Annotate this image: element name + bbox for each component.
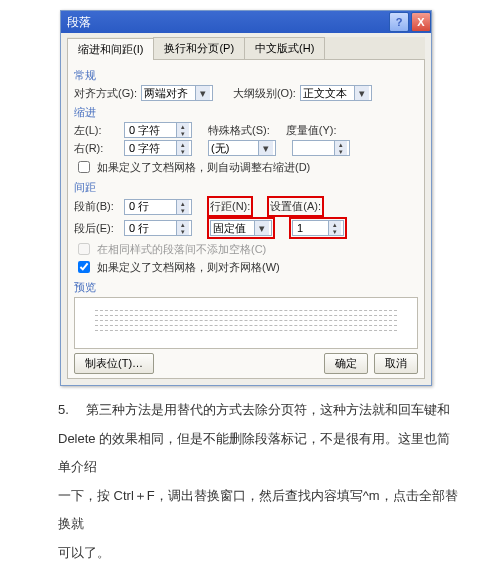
special-combo[interactable]: (无)▾ xyxy=(208,140,276,156)
chevron-down-icon: ▾ xyxy=(258,141,273,155)
chevron-down-icon: ▾ xyxy=(354,86,369,100)
close-icon[interactable]: X xyxy=(411,12,431,32)
align-combo[interactable]: 两端对齐▾ xyxy=(141,85,213,101)
before-spinner[interactable]: 0 行 ▴▾ xyxy=(124,199,192,215)
tab-line-page[interactable]: 换行和分页(P) xyxy=(153,37,245,59)
dialog-title: 段落 xyxy=(67,14,91,31)
setat-spinner[interactable]: 1 ▴▾ xyxy=(292,220,344,236)
after-spinner[interactable]: 0 行 ▴▾ xyxy=(124,220,192,236)
highlight-setat-spinner: 1 ▴▾ xyxy=(289,217,347,239)
right-label: 右(R): xyxy=(74,141,120,156)
snap-grid-checkbox[interactable]: 如果定义了文档网格，则对齐网格(W) xyxy=(74,258,280,276)
align-label: 对齐方式(G): xyxy=(74,86,137,101)
group-indent: 缩进 xyxy=(74,105,418,120)
measure-spinner[interactable]: ▴▾ xyxy=(292,140,350,156)
linespace-combo[interactable]: 固定值▾ xyxy=(210,220,272,236)
setat-label: 设置值(A): xyxy=(270,200,321,212)
measure-label: 度量值(Y): xyxy=(286,123,337,138)
after-label: 段后(E): xyxy=(74,221,120,236)
tab-asian[interactable]: 中文版式(H) xyxy=(244,37,325,59)
group-general: 常规 xyxy=(74,68,418,83)
preview-box xyxy=(74,297,418,349)
left-spinner[interactable]: 0 字符 ▴▾ xyxy=(124,122,192,138)
chevron-down-icon: ▾ xyxy=(254,221,269,235)
instruction-paragraph: 5.第三种方法是用替代的方式去除分页符，这种方法就和回车键和 Delete 的效… xyxy=(0,396,500,566)
before-label: 段前(B): xyxy=(74,199,120,214)
group-spacing: 间距 xyxy=(74,180,418,195)
linespace-label: 行距(N): xyxy=(210,200,250,212)
highlight-linespacing: 行距(N): xyxy=(207,196,253,217)
no-space-same-style-checkbox: 在相同样式的段落间不添加空格(C) xyxy=(74,240,266,258)
highlight-setat: 设置值(A): xyxy=(267,196,324,217)
help-icon[interactable]: ? xyxy=(389,12,409,32)
dialog-titlebar[interactable]: 段落 ? X xyxy=(61,11,431,33)
outline-combo[interactable]: 正文文本▾ xyxy=(300,85,372,101)
cancel-button[interactable]: 取消 xyxy=(374,353,418,374)
outline-label: 大纲级别(O): xyxy=(233,86,296,101)
right-spinner[interactable]: 0 字符 ▴▾ xyxy=(124,140,192,156)
highlight-linespacing-combo: 固定值▾ xyxy=(207,217,275,239)
special-label: 特殊格式(S): xyxy=(208,123,270,138)
chevron-down-icon: ▾ xyxy=(195,86,210,100)
tabs-button[interactable]: 制表位(T)… xyxy=(74,353,154,374)
tab-indent-spacing[interactable]: 缩进和间距(I) xyxy=(67,38,154,60)
left-label: 左(L): xyxy=(74,123,120,138)
preview-label: 预览 xyxy=(74,280,418,295)
tabstrip: 缩进和间距(I) 换行和分页(P) 中文版式(H) xyxy=(67,37,425,60)
auto-adjust-checkbox[interactable]: 如果定义了文档网格，则自动调整右缩进(D) xyxy=(74,158,310,176)
ok-button[interactable]: 确定 xyxy=(324,353,368,374)
paragraph-dialog: 段落 ? X 缩进和间距(I) 换行和分页(P) 中文版式(H) 常规 对齐方式… xyxy=(60,10,432,386)
